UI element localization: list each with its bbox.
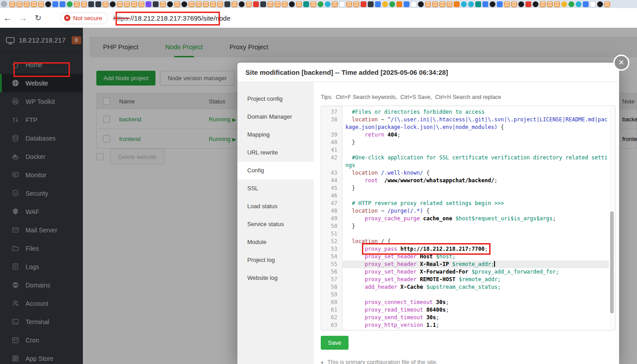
- code-line-54[interactable]: 54 proxy_set_header Host $host;: [321, 253, 615, 261]
- modal-menu-project-config[interactable]: Project config: [237, 90, 314, 108]
- bookmark-favicon[interactable]: [468, 1, 474, 7]
- bookmark-favicon[interactable]: [447, 1, 452, 7]
- bookmark-favicon[interactable]: [24, 1, 30, 7]
- code-line-62[interactable]: 62 proxy_send_timeout 30s;: [321, 314, 615, 321]
- code-line-42[interactable]: 42 #One-click application for SSL certif…: [321, 154, 615, 169]
- bookmark-favicon[interactable]: [110, 1, 116, 7]
- bookmark-favicon[interactable]: [282, 1, 288, 7]
- bookmark-favicon[interactable]: [189, 1, 194, 7]
- bookmark-favicon[interactable]: [568, 1, 574, 7]
- bookmark-favicon[interactable]: [260, 1, 266, 7]
- bookmark-favicon[interactable]: [174, 1, 180, 7]
- bookmark-favicon[interactable]: [289, 1, 295, 7]
- bookmark-favicon[interactable]: [60, 1, 65, 7]
- bookmark-favicon[interactable]: [167, 1, 173, 7]
- code-line-39[interactable]: 39 return 404;: [321, 131, 615, 139]
- bookmark-favicon[interactable]: [124, 1, 130, 7]
- bookmark-favicon[interactable]: [361, 1, 366, 7]
- bookmark-favicon[interactable]: [303, 1, 309, 7]
- bookmark-favicon[interactable]: [475, 1, 481, 7]
- modal-menu-load-status[interactable]: Load status: [237, 197, 314, 215]
- modal-menu-config[interactable]: Config: [237, 162, 314, 180]
- bookmark-favicon[interactable]: [131, 1, 137, 7]
- bookmark-favicon[interactable]: [418, 1, 424, 7]
- modal-menu-website-log[interactable]: Website log: [237, 269, 314, 287]
- bookmark-favicon[interactable]: [310, 1, 316, 7]
- bookmark-favicon[interactable]: [203, 1, 209, 7]
- editor-scrollbar[interactable]: [609, 107, 615, 329]
- bookmark-favicon[interactable]: [490, 1, 495, 7]
- code-line-41[interactable]: 41: [321, 146, 615, 154]
- bookmark-favicon[interactable]: [224, 1, 230, 7]
- bookmark-favicon[interactable]: [239, 1, 245, 7]
- code-line-46[interactable]: 46: [321, 192, 615, 200]
- bookmark-favicon[interactable]: [138, 1, 144, 7]
- code-line-44[interactable]: 44 root /www/wwwroot/whatsappchat/backen…: [321, 177, 615, 184]
- code-line-59[interactable]: 59: [321, 291, 615, 299]
- bookmark-favicon[interactable]: [583, 1, 589, 7]
- code-line-64[interactable]: 64 proxy_set_header Upgrade $http_upgrad…: [321, 329, 615, 330]
- bookmark-favicon[interactable]: [353, 1, 359, 7]
- modal-menu-project-log[interactable]: Project log: [237, 251, 314, 269]
- bookmark-favicon[interactable]: [389, 1, 395, 7]
- code-line-45[interactable]: 45 }: [321, 184, 615, 192]
- bookmark-favicon[interactable]: [67, 1, 73, 7]
- bookmark-favicon[interactable]: [518, 1, 524, 7]
- save-button[interactable]: Save: [321, 336, 349, 350]
- bookmark-favicon[interactable]: [425, 1, 431, 7]
- bookmark-favicon[interactable]: [196, 1, 202, 7]
- modal-menu-ssl[interactable]: SSL: [237, 180, 314, 197]
- code-line-37[interactable]: 37 #Files or directories forbidden to ac…: [321, 108, 615, 116]
- bookmark-favicon[interactable]: [318, 1, 323, 7]
- bookmark-favicon[interactable]: [590, 1, 596, 7]
- modal-menu-service-status[interactable]: Service status: [237, 215, 314, 233]
- bookmark-favicon[interactable]: [604, 1, 610, 7]
- config-editor[interactable]: 37 #Files or directories forbidden to ac…: [321, 106, 615, 330]
- bookmark-favicon[interactable]: [246, 1, 252, 7]
- modal-menu-mapping[interactable]: Mapping: [237, 126, 314, 144]
- bookmark-favicon[interactable]: [325, 1, 331, 7]
- code-line-47[interactable]: 47 # HTTP reverse proxy related settings…: [321, 200, 615, 207]
- modal-menu-domain-manager[interactable]: Domain Manager: [237, 108, 314, 126]
- bookmark-favicon[interactable]: [17, 1, 22, 7]
- bookmark-favicon[interactable]: [146, 1, 151, 7]
- bookmark-favicon[interactable]: [561, 1, 567, 7]
- bookmark-favicon[interactable]: [525, 1, 531, 7]
- bookmark-favicon[interactable]: [45, 1, 51, 7]
- bookmark-favicon[interactable]: [554, 1, 560, 7]
- code-line-58[interactable]: 58 add_header X-Cache $upstream_cache_st…: [321, 283, 615, 291]
- bookmark-favicon[interactable]: [576, 1, 581, 7]
- bookmark-favicon[interactable]: [339, 1, 345, 7]
- forward-icon[interactable]: →: [15, 13, 30, 23]
- address-bar[interactable]: https: //18.212.218.217:37695/site/node: [113, 14, 230, 22]
- close-icon[interactable]: ✕: [613, 55, 629, 71]
- bookmark-favicon[interactable]: [95, 1, 101, 7]
- bookmark-favicon[interactable]: [275, 1, 280, 7]
- bookmark-favicon[interactable]: [411, 1, 417, 7]
- bookmark-favicon[interactable]: [38, 1, 44, 7]
- bookmark-favicon[interactable]: [88, 1, 94, 7]
- bookmark-favicon[interactable]: [461, 1, 467, 7]
- back-icon[interactable]: ←: [0, 13, 15, 23]
- bookmark-favicon[interactable]: [547, 1, 553, 7]
- bookmark-favicon[interactable]: [81, 1, 87, 7]
- bookmark-favicon[interactable]: [597, 1, 603, 7]
- reload-icon[interactable]: ↻: [30, 13, 46, 23]
- code-line-49[interactable]: 49 proxy_cache_purge cache_one $host$req…: [321, 215, 615, 223]
- editor-scrollbar-thumb[interactable]: [610, 211, 614, 313]
- bookmark-favicon[interactable]: [454, 1, 460, 7]
- bookmark-favicon[interactable]: [511, 1, 517, 7]
- code-line-40[interactable]: 40 }: [321, 139, 615, 146]
- bookmark-favicon[interactable]: [9, 1, 15, 7]
- code-line-61[interactable]: 61 proxy_read_timeout 86400s;: [321, 306, 615, 314]
- code-line-57[interactable]: 57 proxy_set_header REMOTE-HOST $remote_…: [321, 276, 615, 283]
- bookmark-favicon[interactable]: [396, 1, 402, 7]
- profile-avatar-icon[interactable]: [1, 1, 7, 7]
- bookmark-favicon[interactable]: [533, 1, 538, 7]
- code-line-55[interactable]: 55 proxy_set_header X-Real-IP $remote_ad…: [321, 261, 615, 268]
- bookmark-favicon[interactable]: [160, 1, 166, 7]
- bookmark-favicon[interactable]: [346, 1, 352, 7]
- modal-menu-module[interactable]: Module: [237, 233, 314, 251]
- bookmark-favicon[interactable]: [217, 1, 223, 7]
- bookmark-favicon[interactable]: [504, 1, 510, 7]
